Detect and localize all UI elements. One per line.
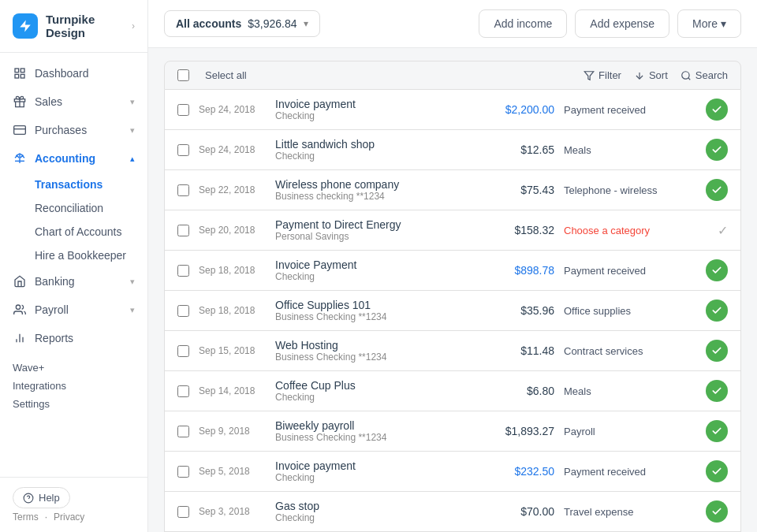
terms-link[interactable]: Terms bbox=[13, 512, 39, 523]
transaction-name: Little sandwich shop bbox=[275, 138, 474, 151]
status-done-icon bbox=[706, 299, 728, 322]
subnav-hire-bookkeeper[interactable]: Hire a Bookkeeper bbox=[35, 244, 147, 267]
svg-rect-6 bbox=[14, 126, 26, 135]
search-button[interactable]: Search bbox=[681, 69, 728, 81]
sidebar-item-payroll[interactable]: Payroll ▾ bbox=[0, 296, 147, 324]
transaction-account: Checking bbox=[275, 110, 474, 121]
list-header: Select all Filter Sort Search bbox=[164, 61, 741, 90]
table-row: Sep 9, 2018 Biweekly payroll Business Ch… bbox=[164, 411, 741, 452]
sort-button[interactable]: Sort bbox=[634, 69, 668, 81]
transaction-status bbox=[699, 299, 728, 322]
transaction-info: Wireless phone company Business checking… bbox=[275, 178, 474, 202]
transaction-status bbox=[699, 179, 728, 201]
privacy-link[interactable]: Privacy bbox=[54, 512, 84, 523]
chevron-up-icon: ▴ bbox=[130, 154, 135, 164]
chevron-down-icon: ▾ bbox=[130, 305, 135, 315]
sidebar-settings[interactable]: Settings bbox=[0, 395, 147, 413]
scale-icon bbox=[13, 151, 27, 166]
status-done-icon bbox=[706, 259, 728, 281]
transaction-category: Telephone - wireless bbox=[564, 184, 690, 196]
row-checkbox[interactable] bbox=[177, 144, 189, 156]
row-checkbox[interactable] bbox=[177, 305, 189, 317]
transaction-info: Coffee Cup Plus Checking bbox=[275, 379, 474, 403]
search-icon bbox=[681, 70, 692, 81]
filter-button[interactable]: Filter bbox=[584, 69, 621, 81]
list-header-actions: Filter Sort Search bbox=[584, 69, 728, 81]
bank-icon bbox=[13, 274, 27, 288]
status-done-icon bbox=[706, 340, 728, 362]
transaction-name: Payment to Direct Energy bbox=[275, 218, 474, 231]
row-checkbox[interactable] bbox=[177, 184, 189, 196]
status-done-icon bbox=[706, 500, 728, 523]
transaction-amount: $11.48 bbox=[483, 344, 554, 357]
table-row: Sep 20, 2018 Payment to Direct Energy Pe… bbox=[164, 210, 741, 251]
transaction-info: Little sandwich shop Checking bbox=[275, 138, 474, 162]
svg-rect-1 bbox=[21, 69, 24, 73]
transaction-name: Biweekly payroll bbox=[275, 419, 474, 432]
row-checkbox[interactable] bbox=[177, 466, 189, 478]
status-pending-icon: ✓ bbox=[718, 223, 728, 238]
transaction-status: ✓ bbox=[699, 223, 728, 238]
sidebar-item-purchases[interactable]: Purchases ▾ bbox=[0, 116, 147, 144]
transactions-area: Select all Filter Sort Search Sep 24, 20… bbox=[148, 48, 757, 532]
transaction-category: Payment received bbox=[564, 104, 690, 116]
separator: · bbox=[45, 512, 47, 523]
transaction-status bbox=[699, 420, 728, 442]
sidebar-item-label: Reports bbox=[35, 332, 73, 344]
row-checkbox[interactable] bbox=[177, 385, 189, 397]
transaction-date: Sep 3, 2018 bbox=[199, 506, 266, 517]
logo-icon bbox=[13, 13, 38, 39]
top-bar: All accounts $3,926.84 ▾ Add income Add … bbox=[148, 0, 757, 48]
add-expense-button[interactable]: Add expense bbox=[575, 9, 669, 38]
status-done-icon bbox=[706, 420, 728, 442]
account-selector[interactable]: All accounts $3,926.84 ▾ bbox=[164, 10, 320, 37]
transaction-account: Checking bbox=[275, 392, 474, 403]
row-checkbox[interactable] bbox=[177, 426, 189, 437]
transaction-date: Sep 14, 2018 bbox=[199, 385, 266, 396]
filter-icon bbox=[584, 70, 595, 81]
sidebar-wave-plus[interactable]: Wave+ bbox=[0, 359, 147, 377]
help-button[interactable]: Help bbox=[13, 487, 70, 508]
sidebar-integrations[interactable]: Integrations bbox=[0, 377, 147, 395]
sidebar-logo[interactable]: Turnpike Design › bbox=[0, 0, 147, 53]
transaction-name: Coffee Cup Plus bbox=[275, 379, 474, 392]
row-checkbox[interactable] bbox=[177, 345, 189, 357]
subnav-transactions[interactable]: Transactions bbox=[35, 173, 147, 196]
credit-card-icon bbox=[13, 123, 27, 137]
sidebar-item-dashboard[interactable]: Dashboard bbox=[0, 59, 147, 87]
sidebar-item-sales[interactable]: Sales ▾ bbox=[0, 87, 147, 116]
subnav-chart-of-accounts[interactable]: Chart of Accounts bbox=[35, 220, 147, 244]
transaction-date: Sep 18, 2018 bbox=[199, 265, 266, 276]
transaction-status bbox=[699, 99, 728, 121]
table-row: Sep 14, 2018 Coffee Cup Plus Checking $6… bbox=[164, 371, 741, 411]
bar-chart-icon bbox=[13, 331, 27, 345]
transaction-category: Meals bbox=[564, 144, 690, 156]
account-balance: $3,926.84 bbox=[248, 17, 296, 30]
more-button[interactable]: More ▾ bbox=[677, 9, 741, 38]
more-label: More bbox=[692, 17, 718, 30]
table-row: Sep 15, 2018 Web Hosting Business Checki… bbox=[164, 331, 741, 371]
sidebar-item-reports[interactable]: Reports bbox=[0, 324, 147, 352]
transaction-date: Sep 18, 2018 bbox=[199, 305, 266, 316]
subnav-reconciliation[interactable]: Reconciliation bbox=[35, 196, 147, 220]
transaction-status bbox=[699, 460, 728, 482]
transaction-account: Business checking **1234 bbox=[275, 191, 474, 202]
transaction-status bbox=[699, 340, 728, 362]
row-checkbox[interactable] bbox=[177, 265, 189, 277]
more-chevron-icon: ▾ bbox=[721, 17, 726, 30]
row-checkbox[interactable] bbox=[177, 506, 189, 518]
sidebar-item-banking[interactable]: Banking ▾ bbox=[0, 267, 147, 296]
add-income-button[interactable]: Add income bbox=[479, 9, 567, 38]
account-name: All accounts bbox=[176, 17, 241, 30]
transaction-category[interactable]: Choose a category bbox=[564, 225, 690, 236]
sidebar-item-label: Banking bbox=[35, 275, 75, 288]
transaction-account: Checking bbox=[275, 151, 474, 162]
sidebar-item-accounting[interactable]: Accounting ▴ bbox=[0, 144, 147, 173]
sidebar-logo-chevron: › bbox=[132, 20, 135, 32]
row-checkbox[interactable] bbox=[177, 225, 189, 236]
transaction-info: Web Hosting Business Checking **1234 bbox=[275, 339, 474, 363]
select-all-checkbox[interactable] bbox=[177, 69, 189, 81]
row-checkbox[interactable] bbox=[177, 104, 189, 116]
transaction-info: Gas stop Checking bbox=[275, 500, 474, 523]
transaction-category: Payroll bbox=[564, 426, 690, 437]
